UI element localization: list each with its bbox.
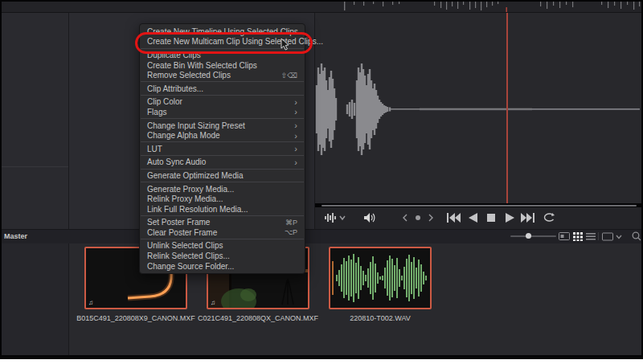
mute-button[interactable] <box>362 211 378 225</box>
submenu-arrow-icon: › <box>294 121 297 129</box>
sidebar-divider <box>2 166 68 167</box>
stop-icon <box>487 214 495 222</box>
menu-item[interactable]: LUT › <box>140 144 305 154</box>
menu-item-shortcut: ⇧⌫ <box>281 72 297 80</box>
menu-item-label: Auto Sync Audio <box>147 157 206 166</box>
menu-separator <box>141 182 304 182</box>
menu-separator <box>141 118 304 119</box>
menu-item-label: Generate Optimized Media <box>147 171 244 180</box>
submenu-arrow-icon: › <box>294 108 297 116</box>
menu-item-label: Clip Color <box>147 97 182 106</box>
menu-item[interactable]: Relink Proxy Media... › <box>140 194 305 204</box>
menu-separator <box>141 48 304 49</box>
menu-item[interactable]: Flags › <box>140 107 305 117</box>
menu-item[interactable]: Set Poster Frame ⌘P › <box>140 218 305 228</box>
thumbnail-zoom-slider[interactable] <box>510 235 556 237</box>
menu-item[interactable]: Duplicate Clips › <box>140 50 305 60</box>
search-button[interactable] <box>630 231 643 241</box>
menu-separator <box>141 155 304 156</box>
menu-item-shortcut: ⌥P <box>285 228 297 236</box>
menu-item-label: Change Source Folder... <box>147 262 234 271</box>
speaker-icon <box>363 212 376 223</box>
skip-last-icon <box>521 213 534 223</box>
chevron-down-icon <box>616 235 621 239</box>
list-view-button[interactable] <box>584 231 597 241</box>
submenu-arrow-icon: › <box>294 132 297 140</box>
menu-item-label: Create New Multicam Clip Using Selected … <box>147 37 323 46</box>
clip-audio-waveform-icon <box>315 13 641 203</box>
skip-first-icon <box>447 213 461 223</box>
menu-item-label: Remove Selected Clips <box>147 71 231 80</box>
clip-thumbnail[interactable] <box>329 247 432 309</box>
filmstrip-view-button[interactable] <box>558 231 571 241</box>
play-icon <box>506 213 514 223</box>
audio-overview-waveform-icon <box>315 2 641 12</box>
menu-item[interactable]: Create New Multicam Clip Using Selected … <box>140 37 305 47</box>
media-clip-audio[interactable]: 220810-T002.WAV <box>329 247 432 309</box>
list-view-icon <box>586 232 596 240</box>
loop-button[interactable] <box>541 211 557 225</box>
menu-item[interactable]: Create Bin With Selected Clips › <box>140 60 305 71</box>
go-to-first-frame-button[interactable] <box>445 211 461 225</box>
bin-list-panel[interactable] <box>2 243 69 355</box>
jog-center-icon <box>416 215 420 220</box>
davinci-resolve-window: Master <box>0 0 643 364</box>
menu-separator <box>141 169 304 170</box>
menu-item[interactable]: Link Full Resolution Media... › <box>140 204 305 215</box>
thumbnail-view-button[interactable] <box>571 231 584 241</box>
music-note-icon: ♫ <box>88 299 93 306</box>
context-menu: Create New Timeline Using Selected Clips… <box>139 23 305 274</box>
overview-playhead-tick <box>506 7 507 12</box>
menu-item[interactable]: Clip Attributes... › <box>140 84 305 94</box>
playhead-line[interactable] <box>506 13 508 203</box>
audio-overview-strip[interactable] <box>2 2 641 13</box>
jog-right-icon <box>429 215 432 221</box>
stop-button[interactable] <box>483 211 499 225</box>
filmstrip-view-icon <box>559 232 570 240</box>
menu-separator <box>141 239 304 239</box>
thumbnail-view-icon <box>573 232 583 241</box>
audio-levels-dropdown[interactable] <box>325 211 346 225</box>
jog-left-icon <box>403 215 407 221</box>
clip-filename: C021C491_220808QX_CANON.MXF <box>190 314 326 322</box>
play-reverse-button[interactable] <box>465 211 481 225</box>
menu-item[interactable]: Clip Color › <box>140 97 305 108</box>
menu-item[interactable]: Remove Selected Clips ⇧⌫ › <box>140 70 305 80</box>
menu-item-label: Relink Proxy Media... <box>147 194 223 203</box>
menu-item-label: Change Alpha Mode <box>147 131 220 140</box>
clip-display-options-dropdown[interactable] <box>602 231 623 241</box>
menu-item[interactable]: Generate Optimized Media › <box>140 170 305 181</box>
menu-item-label: Create Bin With Selected Clips <box>147 61 257 70</box>
submenu-arrow-icon: › <box>294 158 297 166</box>
submenu-arrow-icon: › <box>294 145 297 153</box>
media-pool-header: Master <box>2 229 641 244</box>
music-note-icon: ♫ <box>211 299 215 306</box>
thumbnail-zoom-handle[interactable] <box>526 233 531 239</box>
menu-item-label: Link Full Resolution Media... <box>147 205 248 214</box>
audio-levels-icon <box>325 212 346 223</box>
menu-item-shortcut: ⌘P <box>285 219 297 227</box>
play-button[interactable] <box>502 211 518 225</box>
menu-item-label: Duplicate Clips <box>147 51 201 59</box>
bin-sidebar[interactable] <box>2 13 69 229</box>
menu-item[interactable]: Relink Selected Clips... › <box>140 251 305 261</box>
menu-item[interactable]: Change Alpha Mode › <box>140 130 305 141</box>
menu-item[interactable]: Generate Proxy Media... › <box>140 184 305 194</box>
menu-item[interactable]: Create New Timeline Using Selected Clips… <box>140 27 305 37</box>
menu-item[interactable]: Change Input Sizing Preset › <box>140 121 305 131</box>
viewer-panel[interactable] <box>315 13 641 203</box>
menu-item-label: Clip Attributes... <box>147 84 203 93</box>
menu-item[interactable]: Unlink Selected Clips › <box>140 241 305 252</box>
menu-item[interactable]: Clear Poster Frame ⌥P › <box>140 227 305 238</box>
menu-item[interactable]: Auto Sync Audio › <box>140 157 305 168</box>
page-background-strip <box>0 357 643 364</box>
menu-item-label: Change Input Sizing Preset <box>147 121 245 130</box>
menu-item[interactable]: Change Source Folder... › <box>140 261 305 272</box>
jog-control[interactable] <box>402 211 434 225</box>
menu-item-label: Relink Selected Clips... <box>147 252 230 260</box>
search-icon <box>632 231 641 241</box>
go-to-last-frame-button[interactable] <box>519 211 535 225</box>
menu-item-label: Generate Proxy Media... <box>147 185 234 194</box>
viewer-scrollbar[interactable] <box>322 205 637 207</box>
menu-item-label: Flags <box>147 108 166 117</box>
